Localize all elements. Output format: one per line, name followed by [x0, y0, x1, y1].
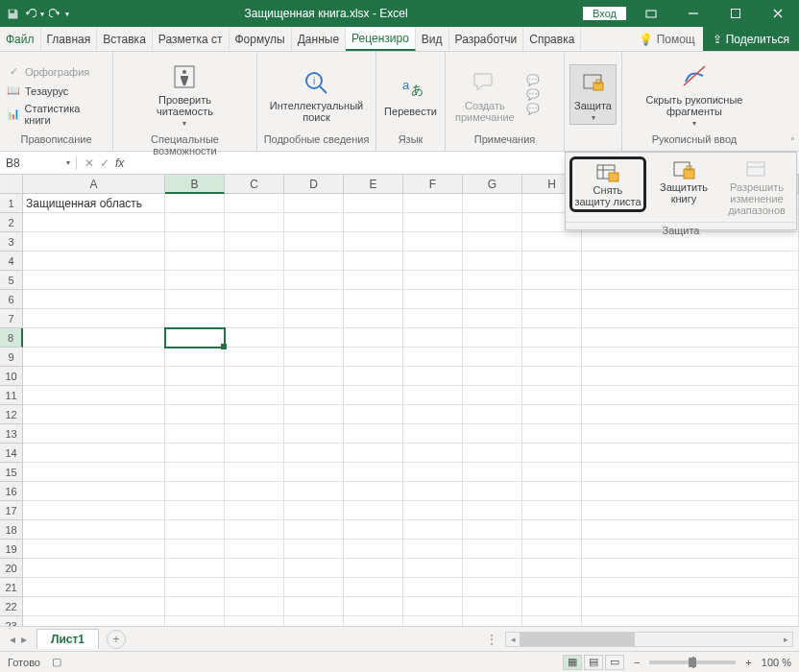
col-header[interactable]: D: [284, 175, 344, 194]
tell-me[interactable]: 💡 Помощ: [631, 27, 703, 51]
cell[interactable]: [284, 559, 344, 578]
sheet-nav-next-icon[interactable]: ▸: [21, 633, 27, 646]
sheet-tab[interactable]: Лист1: [36, 629, 99, 649]
cell[interactable]: [463, 290, 522, 309]
cell[interactable]: [284, 463, 344, 482]
worksheet-grid[interactable]: A B C D E F G H 1Защищенная область23456…: [0, 175, 799, 626]
cell[interactable]: [522, 444, 582, 463]
cell[interactable]: [165, 232, 225, 252]
tab-data[interactable]: Данные: [292, 27, 346, 51]
cell[interactable]: [582, 252, 799, 271]
cell[interactable]: [463, 386, 522, 405]
select-all-corner[interactable]: [0, 175, 23, 194]
cell[interactable]: [463, 540, 522, 559]
undo-icon[interactable]: [23, 7, 36, 20]
cell[interactable]: [463, 616, 522, 626]
cell[interactable]: [165, 540, 225, 559]
row-header[interactable]: 10: [0, 367, 23, 386]
cell[interactable]: [23, 578, 165, 597]
cell[interactable]: [403, 578, 463, 597]
cell[interactable]: [284, 309, 344, 328]
zoom-level[interactable]: 100 %: [762, 657, 791, 668]
cell[interactable]: [522, 482, 582, 501]
cell[interactable]: [165, 501, 225, 520]
cell[interactable]: [522, 578, 582, 597]
cell[interactable]: [284, 232, 344, 252]
cell[interactable]: [23, 328, 165, 348]
cell[interactable]: [225, 463, 284, 482]
cell[interactable]: [463, 520, 522, 540]
cell[interactable]: [23, 405, 165, 424]
cell[interactable]: [344, 252, 403, 271]
tab-file[interactable]: Файл: [0, 27, 41, 51]
cell[interactable]: [165, 348, 225, 367]
cell[interactable]: [522, 386, 582, 405]
cell[interactable]: [522, 520, 582, 540]
cell[interactable]: [582, 328, 799, 348]
cell[interactable]: [225, 616, 284, 626]
cell[interactable]: [165, 444, 225, 463]
unprotect-sheet-button[interactable]: Снять защиту листа: [569, 156, 646, 212]
cell[interactable]: [225, 424, 284, 444]
cell[interactable]: [522, 597, 582, 616]
translate-button[interactable]: aあ Перевести: [380, 71, 441, 119]
cell[interactable]: [284, 252, 344, 271]
cell[interactable]: [165, 252, 225, 271]
scroll-thumb[interactable]: [520, 633, 635, 646]
fx-icon[interactable]: fx: [115, 156, 124, 170]
row-header[interactable]: 7: [0, 309, 23, 328]
cell[interactable]: [284, 616, 344, 626]
cell[interactable]: [225, 309, 284, 328]
cell[interactable]: [165, 482, 225, 501]
cell[interactable]: [344, 271, 403, 290]
cell[interactable]: [225, 213, 284, 232]
tab-insert[interactable]: Вставка: [97, 27, 153, 51]
cell[interactable]: [23, 559, 165, 578]
cell[interactable]: [225, 271, 284, 290]
row-header[interactable]: 14: [0, 444, 23, 463]
cell[interactable]: [23, 424, 165, 444]
cell[interactable]: [284, 444, 344, 463]
cell[interactable]: [463, 271, 522, 290]
cell[interactable]: [344, 501, 403, 520]
row-header[interactable]: 4: [0, 252, 23, 271]
cell[interactable]: [23, 616, 165, 626]
cell[interactable]: [522, 348, 582, 367]
cell[interactable]: [582, 616, 799, 626]
tab-view[interactable]: Вид: [416, 27, 449, 51]
spelling-button[interactable]: ✓Орфография: [6, 63, 107, 81]
minimize-icon[interactable]: [672, 0, 714, 27]
row-header[interactable]: 5: [0, 271, 23, 290]
cell[interactable]: [225, 597, 284, 616]
cell[interactable]: [344, 213, 403, 232]
cell[interactable]: [225, 328, 284, 348]
view-page-break-icon[interactable]: ▭: [605, 655, 624, 670]
protect-dropdown[interactable]: Защита▾: [569, 64, 617, 125]
cell[interactable]: [284, 348, 344, 367]
cell[interactable]: [403, 501, 463, 520]
tab-layout[interactable]: Разметка ст: [153, 27, 230, 51]
cell[interactable]: [344, 540, 403, 559]
cell[interactable]: [165, 194, 225, 213]
cell[interactable]: [165, 367, 225, 386]
cell[interactable]: [522, 367, 582, 386]
cell[interactable]: [225, 482, 284, 501]
cell[interactable]: [463, 213, 522, 232]
accessibility-button[interactable]: Проверить читаемость▾: [153, 60, 217, 130]
save-icon[interactable]: [6, 7, 19, 20]
cell[interactable]: [165, 559, 225, 578]
cell[interactable]: [522, 424, 582, 444]
cell[interactable]: [522, 271, 582, 290]
cell[interactable]: [403, 348, 463, 367]
cell[interactable]: [344, 194, 403, 213]
row-header[interactable]: 21: [0, 578, 23, 597]
cell[interactable]: [463, 463, 522, 482]
name-box-dropdown-icon[interactable]: ▾: [66, 158, 70, 167]
cell[interactable]: [522, 501, 582, 520]
cell[interactable]: [284, 405, 344, 424]
cell[interactable]: [225, 367, 284, 386]
cell[interactable]: [284, 540, 344, 559]
row-header[interactable]: 23: [0, 616, 23, 626]
cell[interactable]: [165, 213, 225, 232]
row-header[interactable]: 12: [0, 405, 23, 424]
